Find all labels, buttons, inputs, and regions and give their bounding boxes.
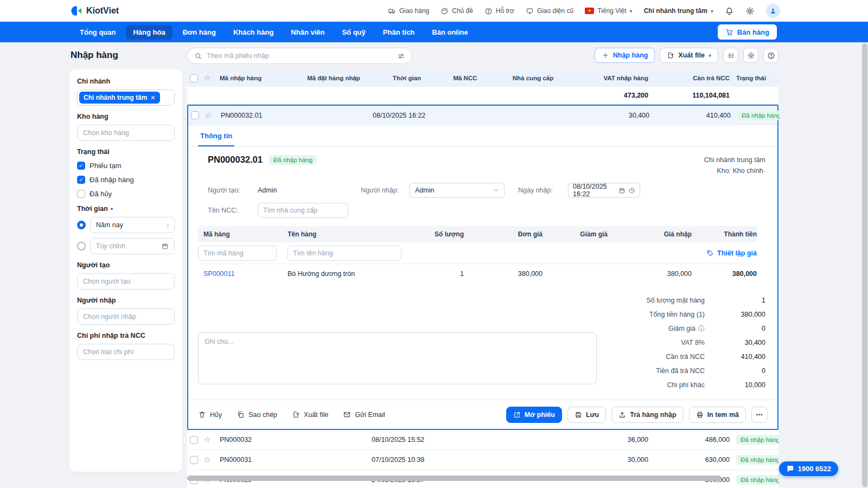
product-code-search-input[interactable] (198, 246, 277, 261)
nav-nhan-vien[interactable]: Nhân viên (284, 25, 331, 40)
row-payable: 486,000 (648, 436, 730, 444)
user-avatar[interactable] (766, 4, 780, 18)
col-ma-dat-hang-nhap[interactable]: Mã đặt hàng nhập (296, 75, 372, 81)
return-goods-button[interactable]: Trả hàng nhập (611, 407, 683, 423)
col-ma-nhap-hang[interactable]: Mã nhập hàng (214, 75, 296, 81)
export-file-button[interactable]: Xuất file ▾ (660, 48, 718, 63)
send-email-button[interactable]: Gửi Email (343, 410, 385, 419)
row-checkbox[interactable] (190, 436, 198, 444)
kiotviet-logo[interactable]: KiotViet (71, 5, 119, 17)
col-thoi-gian[interactable]: Thời gian (372, 75, 442, 81)
monitor-icon (526, 7, 534, 15)
branch-selector[interactable]: Chi nhánh trung tâm ▾ (644, 7, 713, 15)
table-row[interactable]: ☆ PN000031 07/10/2025 10:39 30,000 630,0… (187, 450, 778, 470)
status-option-da-huy[interactable]: Đã hủy (77, 190, 175, 198)
creator-filter-input[interactable] (77, 273, 175, 290)
row-vat: 30,400 (579, 112, 649, 119)
export-order-button[interactable]: Xuất file (292, 410, 328, 419)
star-icon[interactable]: ☆ (200, 455, 214, 465)
import-goods-button[interactable]: Nhập hàng (595, 48, 655, 63)
toolbar-buttons: Nhập hàng Xuất file ▾ (595, 48, 778, 63)
cost-filter-input[interactable] (77, 344, 175, 360)
product-name: Bó Hướng dương tròn (288, 270, 426, 278)
import-date-input[interactable]: 08/10/2025 16:22 (568, 183, 640, 198)
note-textarea[interactable] (198, 332, 597, 384)
product-row[interactable]: SP000011 Bó Hướng dương tròn 1 380,000 3… (198, 264, 757, 284)
tab-thong-tin[interactable]: Thông tin (198, 132, 234, 146)
old-ui-menu-item[interactable]: Giao diện cũ (526, 7, 573, 15)
col-can-tra-ncc[interactable]: Cần trả NCC (648, 75, 730, 81)
warehouse-filter-input[interactable] (77, 125, 175, 141)
nav-hang-hoa[interactable]: Hàng hóa (126, 25, 172, 40)
table-settings-button[interactable] (743, 48, 758, 63)
columns-list-icon (727, 52, 735, 60)
table-row[interactable]: ☆ PN000032 08/10/2025 15:52 36,000 486,0… (187, 430, 778, 450)
time-custom-radio[interactable] (77, 242, 86, 251)
horizontal-scrollbar[interactable] (187, 475, 778, 481)
person-icon (769, 7, 777, 15)
vertical-scrollbar[interactable] (861, 42, 868, 488)
theme-menu-item[interactable]: Chủ đề (441, 7, 473, 15)
vertical-scrollbar-thumb[interactable] (862, 43, 867, 487)
notifications-button[interactable] (725, 7, 734, 16)
copy-order-button[interactable]: Sao chép (237, 410, 277, 419)
more-actions-button[interactable]: ⋯ (751, 407, 768, 423)
row-vat: 36,000 (578, 436, 648, 444)
star-icon[interactable]: ☆ (200, 435, 214, 445)
row-checkbox[interactable] (190, 456, 198, 464)
time-preset-radio[interactable] (77, 221, 86, 229)
horizontal-scrollbar-thumb[interactable] (187, 476, 722, 481)
open-order-button[interactable]: Mở phiếu (506, 407, 562, 423)
topbar: KiotViet Giao hàng Chủ đề Hỗ trợ Giao di… (0, 0, 868, 22)
supplier-search-input[interactable] (258, 203, 348, 218)
select-all-checkbox[interactable] (190, 74, 198, 82)
help-button[interactable] (763, 48, 778, 63)
cancel-order-button[interactable]: Hủy (198, 410, 222, 419)
row-checkbox[interactable] (191, 111, 199, 119)
nav-phan-tich[interactable]: Phân tích (376, 25, 422, 40)
star-column-icon[interactable]: ☆ (200, 73, 214, 83)
delivery-menu-item[interactable]: Giao hàng (388, 7, 429, 15)
checkbox[interactable] (77, 190, 85, 198)
search-input[interactable] (207, 52, 393, 60)
language-selector[interactable]: ★ Tiếng Việt ▾ (585, 7, 632, 15)
nav-don-hang[interactable]: Đơn hàng (176, 25, 223, 40)
settings-button[interactable] (745, 7, 755, 16)
product-name-search-input[interactable] (288, 246, 401, 261)
importer-filter-input[interactable] (77, 309, 175, 325)
time-custom-select[interactable]: Tùy chỉnh (90, 238, 175, 254)
importer-select[interactable]: Admin (410, 183, 505, 198)
product-code-link[interactable]: SP000011 (198, 270, 288, 278)
cart-icon (725, 28, 733, 36)
nav-tong-quan[interactable]: Tổng quan (73, 25, 123, 40)
table-row[interactable]: ☆ PN000032.01 08/10/2025 16:22 30,400 41… (188, 106, 777, 125)
info-icon[interactable]: ⓘ (698, 324, 705, 333)
checkbox[interactable] (77, 162, 85, 170)
topbar-actions: Giao hàng Chủ đề Hỗ trợ Giao diện cũ ★ T… (388, 4, 780, 18)
price-setup-link[interactable]: Thiết lập giá (542, 249, 757, 257)
star-icon[interactable]: ☆ (201, 111, 215, 120)
print-label-button[interactable]: In tem mã (689, 407, 746, 423)
status-option-phieu-tam[interactable]: Phiếu tạm (77, 162, 175, 170)
sell-button[interactable]: Bán hàng (718, 24, 777, 40)
save-icon (575, 411, 582, 419)
nav-khach-hang[interactable]: Khách hàng (226, 25, 280, 40)
col-trang-thai[interactable]: Trạng thái (730, 75, 778, 81)
detail-code: PN000032.01 (208, 155, 263, 165)
col-nha-cung-cap[interactable]: Nhà cung cấp (488, 75, 578, 81)
support-hotline-button[interactable]: 1900 6522 (779, 461, 838, 476)
checkbox[interactable] (77, 176, 85, 184)
col-vat-nhap-hang[interactable]: VAT nhập hàng (578, 75, 648, 81)
row-code: PN000032.01 (215, 112, 297, 119)
nav-so-quy[interactable]: Sổ quỹ (335, 25, 372, 40)
column-settings-button[interactable] (723, 48, 738, 63)
support-menu-item[interactable]: Hỗ trợ (484, 7, 514, 15)
filter-sliders-icon[interactable] (397, 52, 405, 60)
save-button[interactable]: Lưu (567, 407, 606, 423)
remove-branch-icon[interactable]: ✕ (150, 94, 155, 101)
branch-filter-input[interactable]: Chi nhánh trung tâm ✕ (77, 89, 175, 106)
nav-ban-online[interactable]: Bán online (425, 25, 475, 40)
col-ma-ncc[interactable]: Mã NCC (442, 75, 488, 81)
time-preset-select[interactable]: Năm nay › (90, 217, 175, 233)
status-option-da-nhap-hang[interactable]: Đã nhập hàng (77, 176, 175, 184)
